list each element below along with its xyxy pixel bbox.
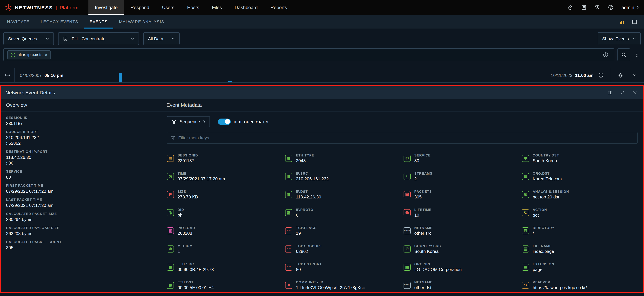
meta-value[interactable]: 62862 xyxy=(296,249,322,254)
meta-value[interactable]: 80 xyxy=(414,158,430,163)
horizontal-resize-icon xyxy=(4,73,10,77)
timeline-histogram-bar[interactable] xyxy=(118,73,122,82)
overview-heading: Overview xyxy=(1,99,161,112)
sub-nav-item-legacy-events[interactable]: LEGACY EVENTS xyxy=(35,15,84,28)
timeline-settings-icon[interactable] xyxy=(616,71,625,80)
sub-nav-item-navigate[interactable]: NAVIGATE xyxy=(1,15,35,28)
meta-value[interactable]: other dst xyxy=(414,285,433,290)
service-icon: ⚙ xyxy=(404,155,410,162)
show-events-dropdown[interactable]: Show: Events xyxy=(598,32,641,45)
timeline-resize-button[interactable] xyxy=(0,68,15,82)
top-nav-item-reports[interactable]: Reports xyxy=(264,0,294,15)
meta-value[interactable]: 6 xyxy=(296,212,314,217)
query-more-options-button[interactable] xyxy=(633,48,641,61)
sub-nav-item-events[interactable]: EVENTS xyxy=(84,15,113,28)
hide-duplicates-toggle[interactable] xyxy=(218,119,231,125)
meta-filter-input[interactable] xyxy=(178,135,634,140)
ip-proto-icon: ▨ xyxy=(285,209,292,216)
meta-value[interactable]: https://taiwan-pos.kgc.co.kr/ xyxy=(533,285,587,290)
brand-name: NETWITNESS xyxy=(15,4,53,10)
meta-value[interactable]: South Korea xyxy=(414,249,441,254)
meta-value[interactable]: page xyxy=(533,267,554,272)
timeline-collapse-icon[interactable] xyxy=(630,71,639,80)
admin-menu[interactable]: admin xyxy=(622,5,638,10)
service-selector-dropdown[interactable]: PH - Concentrator xyxy=(58,32,139,45)
top-nav-item-dashboard[interactable]: Dashboard xyxy=(228,0,264,15)
meta-value[interactable]: 2048 xyxy=(296,158,314,163)
meta-value[interactable]: not top 20 dst xyxy=(533,194,569,199)
jobs-icon[interactable] xyxy=(579,3,588,12)
filename-icon: ▤ xyxy=(522,245,529,252)
top-nav-item-hosts[interactable]: Hosts xyxy=(181,0,206,15)
meta-value[interactable]: 118.42.26.30 xyxy=(296,194,321,199)
events-chart-view-icon[interactable] xyxy=(617,17,626,26)
time-range-dropdown[interactable]: All Data xyxy=(143,32,180,45)
meta-value[interactable]: 1 xyxy=(178,249,193,254)
panel-body: Overview SESSION ID2301187SOURCE IP:PORT… xyxy=(1,99,643,292)
meta-value[interactable]: South Korea xyxy=(533,158,559,163)
remove-filter-icon[interactable]: × xyxy=(45,53,48,57)
timeline-info-icon[interactable] xyxy=(596,71,606,80)
meta-entry-analysis-session: ◉ANALYSIS.SESSIONnot top 20 dst xyxy=(522,185,638,203)
top-nav-item-investigate[interactable]: Investigate xyxy=(88,0,124,15)
meta-value[interactable]: 2 xyxy=(414,176,432,181)
search-icon xyxy=(621,52,626,57)
meta-key-label: PACKETS xyxy=(414,189,432,193)
meta-value[interactable]: LG DACOM Corporation xyxy=(414,267,462,272)
action-icon: ↯ xyxy=(522,209,529,216)
meta-value[interactable]: other src xyxy=(414,231,433,236)
meta-entry-ip-proto: ▨IP.PROTO6 xyxy=(285,203,401,222)
meta-value[interactable]: 210.206.161.232 xyxy=(296,176,329,181)
close-icon[interactable] xyxy=(631,89,638,96)
size-icon: ⚑ xyxy=(167,191,174,198)
split-panel-icon[interactable] xyxy=(606,89,614,96)
meta-entry-org-dst: ▦ORG.DSTKorea Telecom xyxy=(522,167,638,185)
overview-field-label: SERVICE xyxy=(6,169,156,173)
meta-value[interactable]: 1:LIurkXVFO0hWpcrfL2i7z1z8gKc= xyxy=(296,285,365,290)
saved-queries-dropdown[interactable]: Saved Queries xyxy=(3,32,54,45)
filter-chip[interactable]: alias.ip exists × xyxy=(8,50,51,59)
meta-value[interactable]: 00:00:5E:00:01:E4 xyxy=(178,285,214,290)
timeline-start-date: 04/03/2007 xyxy=(20,73,42,78)
meta-value[interactable]: index.page xyxy=(533,249,554,254)
meta-entry-text: TCP.DSTPORT80 xyxy=(296,262,322,272)
meta-key-label: ETH.TYPE xyxy=(296,153,314,157)
sequence-button[interactable]: Sequence xyxy=(167,116,210,127)
meta-key-label: NETNAME xyxy=(414,226,433,230)
meta-value[interactable]: 07/29/2021 07:17:20 am xyxy=(178,176,225,181)
sub-nav-items: NAVIGATELEGACY EVENTSEVENTSMALWARE ANALY… xyxy=(0,15,170,28)
meta-key-label: LIFETIME xyxy=(414,208,432,211)
query-info-icon[interactable] xyxy=(601,50,610,59)
meta-value[interactable]: 00:90:0B:4E:29:73 xyxy=(178,267,214,272)
meta-value[interactable]: Korea Telecom xyxy=(533,176,562,181)
sub-nav-item-malware-analysis[interactable]: MALWARE ANALYSIS xyxy=(113,15,170,28)
meta-entry-text: IP.DST118.42.26.30 xyxy=(296,189,321,199)
meta-value[interactable]: 273.70 KB xyxy=(178,194,198,199)
help-icon[interactable] xyxy=(606,3,616,12)
top-nav-item-files[interactable]: Files xyxy=(206,0,228,15)
shrink-panel-icon[interactable] xyxy=(619,89,626,96)
timeline-chart[interactable] xyxy=(68,68,546,82)
top-nav-item-respond[interactable]: Respond xyxy=(124,0,156,15)
meta-value[interactable]: 2301187 xyxy=(178,158,198,163)
meta-value[interactable]: 19 xyxy=(296,231,316,236)
top-nav-item-users[interactable]: Users xyxy=(156,0,181,15)
meta-value[interactable]: ph xyxy=(178,212,184,217)
timeline-histogram-bar[interactable] xyxy=(228,81,232,82)
brand[interactable]: NETWITNESS | Platform xyxy=(0,0,88,15)
events-preferences-icon[interactable] xyxy=(630,17,639,26)
meta-value[interactable]: / xyxy=(533,231,554,236)
meta-value[interactable]: 263208 xyxy=(178,231,195,236)
meta-entry-action: ↯ACTIONget xyxy=(522,203,638,222)
timer-icon[interactable] xyxy=(566,3,575,12)
timeline-end-time: 11:00 am xyxy=(575,73,594,78)
meta-value[interactable]: 80 xyxy=(296,267,322,272)
meta-value[interactable]: 305 xyxy=(414,194,432,199)
tools-icon[interactable] xyxy=(592,3,602,12)
top-nav: NETWITNESS | Platform InvestigateRespond… xyxy=(0,0,644,15)
meta-value[interactable]: 10 xyxy=(414,212,432,217)
meta-entry-text: EXTENSIONpage xyxy=(533,262,554,272)
query-filter-input[interactable]: alias.ip exists × xyxy=(3,48,614,61)
execute-query-button[interactable] xyxy=(618,48,630,61)
meta-value[interactable]: get xyxy=(533,212,547,217)
